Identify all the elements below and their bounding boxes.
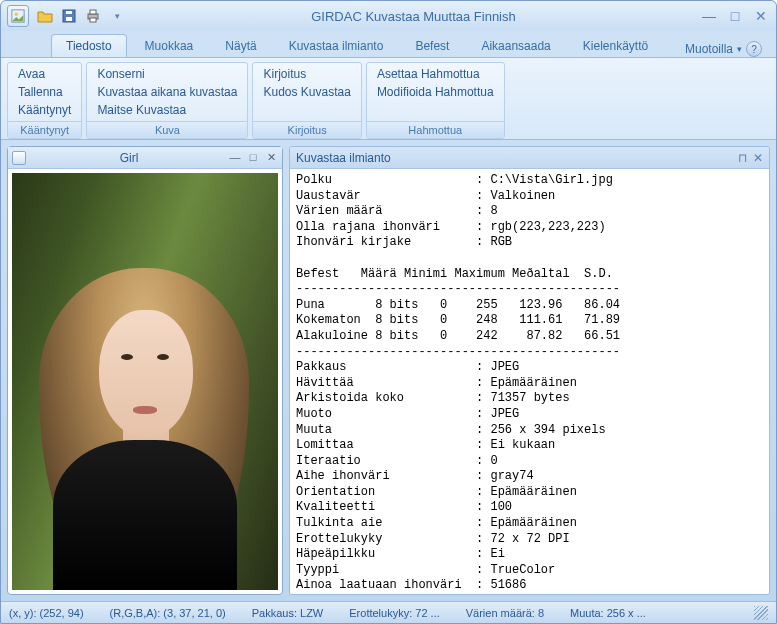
window-controls: — □ ✕: [700, 8, 770, 24]
panel-close-button[interactable]: ✕: [753, 151, 763, 165]
svg-point-1: [15, 13, 19, 17]
app-icon[interactable]: [7, 5, 29, 27]
save-icon[interactable]: [59, 6, 79, 26]
ribbon-item-maitse[interactable]: Maitse Kuvastaa: [93, 101, 241, 119]
image-window-titlebar[interactable]: Girl — □ ✕: [8, 147, 282, 169]
tab-aikaansaada[interactable]: Aikaansaada: [467, 35, 564, 57]
titlebar: ▾ GIRDAC Kuvastaa Muuttaa Finnish — □ ✕: [1, 1, 776, 31]
ribbon-item-kaantynyt[interactable]: Kääntynyt: [14, 101, 75, 119]
ribbon-group-hahmottua: Asettaa Hahmottua Modifioida Hahmottua -…: [366, 62, 505, 139]
mdi-maximize-button[interactable]: □: [246, 151, 260, 164]
open-icon[interactable]: [35, 6, 55, 26]
ribbon: Avaa Tallenna Kääntynyt Kääntynyt Konser…: [1, 57, 776, 140]
status-rgba: (R,G,B,A): (3, 37, 21, 0): [110, 607, 226, 619]
resize-grip[interactable]: [754, 606, 768, 620]
document-icon: [12, 151, 26, 165]
info-panel-header: Kuvastaa ilmianto ⊓ ✕: [290, 147, 769, 169]
ribbon-item-asettaa[interactable]: Asettaa Hahmottua: [373, 65, 498, 83]
image-window-title: Girl: [30, 151, 228, 165]
tab-kuvastaa-ilmianto[interactable]: Kuvastaa ilmianto: [275, 35, 398, 57]
minimize-button[interactable]: —: [700, 8, 718, 24]
print-icon[interactable]: [83, 6, 103, 26]
ribbon-tabs: Tiedosto Muokkaa Näytä Kuvastaa ilmianto…: [1, 31, 776, 57]
status-erottelukyky: Erottelukyky: 72 ...: [349, 607, 439, 619]
qat-more-icon[interactable]: ▾: [107, 6, 127, 26]
ribbon-item-tallenna[interactable]: Tallenna: [14, 83, 75, 101]
tab-befest[interactable]: Befest: [401, 35, 463, 57]
ribbon-group-kuva: Konserni Kuvastaa aikana kuvastaa Maitse…: [86, 62, 248, 139]
photo-image: [12, 173, 278, 590]
ribbon-group-label: Kuva: [87, 121, 247, 138]
tab-kielenkaytto[interactable]: Kielenkäyttö: [569, 35, 662, 57]
ribbon-item-modifioida[interactable]: Modifioida Hahmottua: [373, 83, 498, 101]
tab-muokkaa[interactable]: Muokkaa: [131, 35, 208, 57]
ribbon-item-kuvastaa-aikana[interactable]: Kuvastaa aikana kuvastaa: [93, 83, 241, 101]
ribbon-item-konserni[interactable]: Konserni: [93, 65, 241, 83]
ribbon-group-kaantynyt: Avaa Tallenna Kääntynyt Kääntynyt: [7, 62, 82, 139]
ribbon-group-kirjoitus: Kirjoitus Kudos Kuvastaa - Kirjoitus: [252, 62, 361, 139]
info-panel: Kuvastaa ilmianto ⊓ ✕ Polku : C:\Vista\G…: [289, 146, 770, 595]
maximize-button[interactable]: □: [726, 8, 744, 24]
svg-rect-3: [66, 17, 72, 21]
svg-rect-7: [90, 18, 96, 22]
workspace: Girl — □ ✕: [1, 140, 776, 601]
image-window: Girl — □ ✕: [7, 146, 283, 595]
mdi-close-button[interactable]: ✕: [264, 151, 278, 164]
statusbar: (x, y): (252, 94) (R,G,B,A): (3, 37, 21,…: [1, 601, 776, 623]
ribbon-group-label: Kääntynyt: [8, 121, 81, 138]
mdi-minimize-button[interactable]: —: [228, 151, 242, 164]
svg-rect-4: [66, 11, 72, 14]
status-muuta: Muuta: 256 x ...: [570, 607, 646, 619]
muotoilla-menu[interactable]: Muotoilla: [685, 42, 733, 56]
help-icon[interactable]: ?: [746, 41, 762, 57]
ribbon-item-kirjoitus[interactable]: Kirjoitus: [259, 65, 354, 83]
ribbon-group-label: Kirjoitus: [253, 121, 360, 138]
ribbon-item-kudos[interactable]: Kudos Kuvastaa: [259, 83, 354, 101]
status-varien: Värien määrä: 8: [466, 607, 544, 619]
info-panel-text[interactable]: Polku : C:\Vista\Girl.jpg Uaustavär : Va…: [290, 169, 769, 594]
ribbon-group-label: Hahmottua: [367, 121, 504, 138]
chevron-down-icon[interactable]: ▾: [737, 44, 742, 54]
svg-rect-6: [90, 10, 96, 14]
image-canvas[interactable]: [8, 169, 282, 594]
quick-access-toolbar: ▾: [35, 6, 127, 26]
pin-icon[interactable]: ⊓: [738, 151, 747, 165]
main-window: ▾ GIRDAC Kuvastaa Muuttaa Finnish — □ ✕ …: [0, 0, 777, 624]
window-title: GIRDAC Kuvastaa Muuttaa Finnish: [127, 9, 700, 24]
tab-tiedosto[interactable]: Tiedosto: [51, 34, 127, 57]
tab-nayta[interactable]: Näytä: [211, 35, 270, 57]
status-xy: (x, y): (252, 94): [9, 607, 84, 619]
info-panel-title: Kuvastaa ilmianto: [296, 151, 738, 165]
close-button[interactable]: ✕: [752, 8, 770, 24]
ribbon-item-avaa[interactable]: Avaa: [14, 65, 75, 83]
status-pakkaus: Pakkaus: LZW: [252, 607, 324, 619]
